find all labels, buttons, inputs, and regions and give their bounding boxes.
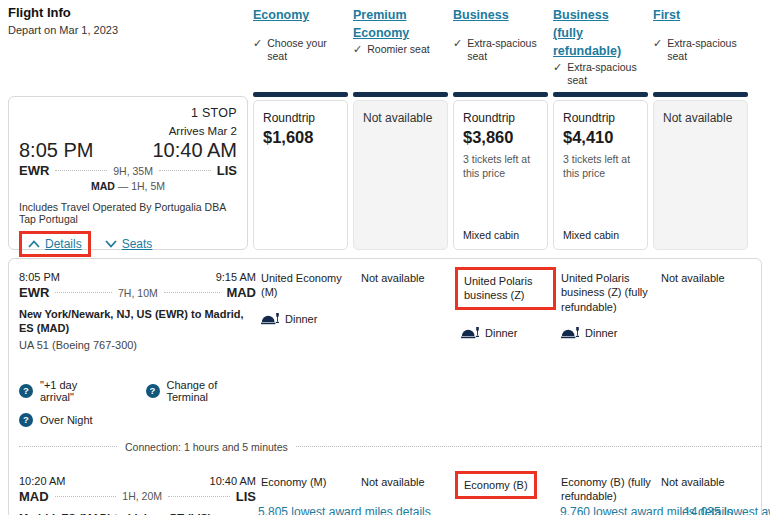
segment-2-origin: MAD	[19, 489, 49, 504]
fare-card-economy[interactable]: Roundtrip $1,608	[253, 100, 348, 250]
dinner-icon	[461, 327, 479, 339]
business-price: $3,860	[463, 128, 538, 147]
fare-column-first: Not available	[653, 92, 748, 250]
check-icon: ✓	[453, 37, 462, 50]
segment-2-cabin-business: Economy (B)	[461, 475, 556, 515]
tickets-left-note: 3 tickets left at this price	[563, 153, 638, 180]
segment-1-row: 8:05 PM 9:15 AM EWR 7H, 10M MAD New York…	[9, 259, 761, 427]
award-miles-link-economy[interactable]: 5,805 lowest award miles details	[258, 505, 431, 515]
segment-1-duration: 7H, 10M	[118, 287, 158, 299]
page-title: Flight Info	[8, 5, 248, 20]
navy-top-bar	[553, 92, 648, 97]
fare-card-first: Not available	[653, 100, 748, 250]
connection-dotted-line	[19, 446, 117, 447]
segment-2-arrive-time: 10:40 AM	[210, 475, 256, 487]
business-link[interactable]: Business	[453, 8, 509, 22]
fare-column-premium-economy: Not available	[353, 92, 448, 250]
business-refundable-link[interactable]: Business(fully refundable)	[553, 8, 621, 58]
badge-change-of-terminal: ? Change of Terminal	[146, 379, 257, 403]
fare-column-business-refundable: Roundtrip $4,410 3 tickets left at this …	[553, 92, 648, 250]
depart-time: 8:05 PM	[19, 139, 93, 162]
details-link[interactable]: Details	[28, 237, 82, 251]
connection-row: Connection: 1 hours and 5 minutes	[9, 441, 761, 453]
seats-link[interactable]: Seats	[105, 237, 153, 251]
question-icon[interactable]: ?	[19, 384, 33, 398]
dinner-icon	[561, 327, 579, 339]
chevron-down-icon	[105, 240, 117, 248]
premium-economy-link[interactable]: Premium Economy	[353, 8, 409, 40]
benefit-business-refundable: ✓ Extra-spacious seat	[553, 61, 648, 86]
route-dotted-line	[55, 292, 112, 293]
question-icon[interactable]: ?	[19, 413, 33, 427]
badge-plus1-day-arrival: ? "+1 day arrival"	[19, 379, 110, 403]
meal-row: Dinner	[461, 326, 556, 340]
benefit-business: ✓ Extra-spacious seat	[453, 37, 548, 62]
award-miles-link-business-refundable[interactable]: 14,035 lowest award miles details	[684, 505, 770, 515]
highlighted-cabin: United Polaris business (Z)	[455, 267, 556, 310]
check-icon: ✓	[653, 37, 662, 50]
depart-date: Depart on Mar 1, 2023	[8, 24, 248, 36]
fare-column-economy: Roundtrip $1,608	[253, 92, 348, 250]
arrive-time: 10:40 AM	[152, 139, 237, 162]
flight-details-section: 8:05 PM 9:15 AM EWR 7H, 10M MAD New York…	[8, 258, 762, 515]
fare-card-business-refundable[interactable]: Roundtrip $4,410 3 tickets left at this …	[553, 100, 648, 250]
segment-1-arrive-time: 9:15 AM	[216, 271, 256, 283]
navy-top-bar	[653, 92, 748, 97]
column-header-economy: Economy ✓ Choose your seat	[253, 5, 348, 86]
route-dotted-line	[55, 496, 117, 497]
segment-2-duration: 1H, 20M	[122, 490, 162, 502]
arrives-label: Arrives Mar 2	[19, 125, 237, 137]
segment-1-info: 8:05 PM 9:15 AM EWR 7H, 10M MAD New York…	[19, 271, 256, 427]
chevron-up-icon	[28, 240, 40, 248]
navy-top-bar	[253, 92, 348, 97]
fare-card-business[interactable]: Roundtrip $3,860 3 tickets left at this …	[453, 100, 548, 250]
question-icon[interactable]: ?	[146, 384, 160, 398]
economy-link[interactable]: Economy	[253, 8, 309, 22]
segment-1-cabin-first: Not available	[661, 271, 756, 427]
segment-1-destination: MAD	[226, 285, 256, 300]
route-dotted-line	[55, 170, 107, 171]
mixed-cabin-label: Mixed cabin	[563, 229, 638, 241]
economy-price: $1,608	[263, 128, 338, 147]
segment-2-info: 10:20 AM 10:40 AM MAD 1H, 20M LIS Madrid…	[19, 475, 256, 515]
tickets-left-note: 3 tickets left at this price	[463, 153, 538, 180]
fare-column-business: Roundtrip $3,860 3 tickets left at this …	[453, 92, 548, 250]
segment-2-depart-time: 10:20 AM	[19, 475, 65, 487]
segment-2-destination: LIS	[236, 489, 256, 504]
badge-over-night: ? Over Night	[19, 413, 93, 427]
navy-top-bar	[453, 92, 548, 97]
connection-label: Connection: 1 hours and 5 minutes	[125, 441, 288, 453]
header-row: Flight Info Depart on Mar 1, 2023 Econom…	[0, 0, 770, 86]
benefit-first: ✓ Extra-spacious seat	[653, 37, 748, 62]
benefit-premium-economy: ✓ Roomier seat	[353, 43, 448, 56]
highlighted-cabin: Economy (B)	[455, 471, 537, 499]
origin-code: EWR	[19, 163, 49, 178]
flight-summary-card: 1 STOP Arrives Mar 2 8:05 PM 10:40 AM EW…	[8, 96, 248, 250]
mixed-cabin-label: Mixed cabin	[463, 229, 538, 241]
segment-1-route: New York/Newark, NJ, US (EWR) to Madrid,…	[19, 308, 256, 336]
meal-row: Dinner	[561, 326, 656, 340]
segment-1-cabin-premium-economy: Not available	[361, 271, 456, 427]
route-dotted-line	[168, 496, 230, 497]
check-icon: ✓	[553, 61, 562, 74]
navy-top-bar	[353, 92, 448, 97]
check-icon: ✓	[253, 37, 262, 50]
meal-row: Dinner	[261, 312, 356, 326]
route-dotted-line	[159, 170, 211, 171]
check-icon: ✓	[353, 43, 362, 56]
stops-label: 1 STOP	[19, 106, 237, 120]
segment-1-cabin-economy: United Economy (M) Dinner	[261, 271, 356, 427]
business-refundable-price: $4,410	[563, 128, 638, 147]
fare-card-premium-economy: Not available	[353, 100, 448, 250]
layover-info: MAD — 1H, 5M	[19, 180, 237, 192]
segment-1-flight: UA 51 (Boeing 767-300)	[19, 339, 256, 351]
column-header-first: First ✓ Extra-spacious seat	[653, 5, 748, 86]
column-header-premium-economy: Premium Economy ✓ Roomier seat	[353, 5, 448, 86]
segment-1-cabin-business-refundable: United Polaris business (Z) (fully refun…	[561, 271, 656, 427]
segment-1-depart-time: 8:05 PM	[19, 271, 60, 283]
first-link[interactable]: First	[653, 8, 680, 22]
connection-dotted-line	[296, 446, 761, 447]
header-title-block: Flight Info Depart on Mar 1, 2023	[8, 5, 248, 86]
destination-code: LIS	[217, 163, 237, 178]
operated-by-note: Includes Travel Operated By Portugalia D…	[19, 201, 237, 225]
